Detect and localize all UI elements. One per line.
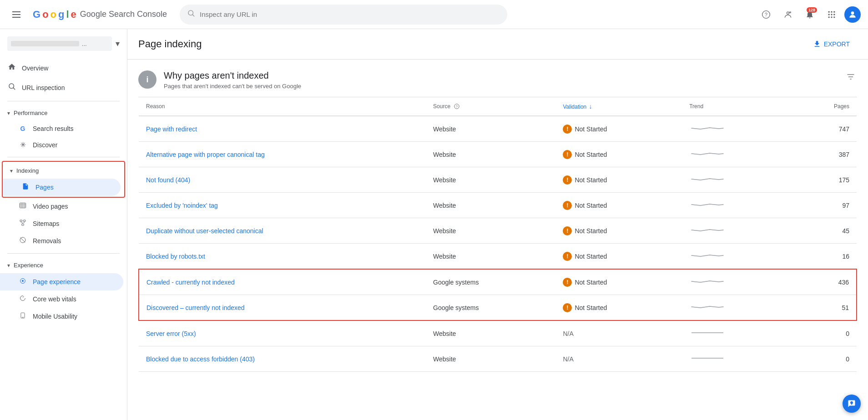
discover-icon: ✳: [18, 140, 27, 149]
svg-rect-0: [12, 11, 20, 12]
sidebar-item-page-experience-label: Page experience: [33, 278, 81, 285]
reason-cell[interactable]: Blocked by robots.txt: [139, 244, 426, 270]
validation-not-started-icon: !: [563, 278, 572, 287]
app-logo: Google Google Search Console: [33, 9, 167, 20]
search-icon: [187, 9, 195, 20]
notifications-button[interactable]: 128: [801, 5, 819, 24]
svg-text:+: +: [789, 10, 791, 13]
sidebar-section-experience-label: Experience: [14, 262, 43, 269]
reason-cell[interactable]: Duplicate without user-selected canonica…: [139, 218, 426, 244]
reason-cell[interactable]: Discovered – currently not indexed: [139, 295, 426, 321]
home-icon: [7, 63, 16, 73]
svg-point-7: [787, 12, 789, 14]
pages-cell: 0: [792, 346, 857, 372]
property-dots: ...: [82, 40, 87, 47]
svg-point-18: [833, 16, 835, 18]
reason-cell[interactable]: Not found (404): [139, 167, 426, 193]
svg-line-21: [13, 88, 15, 90]
section-info-header: i Why pages aren't indexed Pages that ar…: [138, 60, 857, 97]
search-input[interactable]: [200, 10, 500, 18]
manage-property-button[interactable]: +: [779, 5, 797, 24]
sidebar-item-discover[interactable]: ✳ Discover: [0, 136, 123, 153]
experience-chevron-icon: ▾: [7, 262, 10, 269]
filter-icon[interactable]: [844, 70, 857, 85]
sidebar-section-indexing[interactable]: ▾ Indexing: [3, 163, 124, 179]
source-help-icon[interactable]: ?: [454, 103, 460, 110]
sidebar-section-performance[interactable]: ▾ Performance: [0, 105, 127, 121]
sidebar-item-mobile-usability-label: Mobile Usability: [33, 313, 77, 320]
sidebar: ... ▾ Overview URL inspection: [0, 29, 127, 420]
reason-cell[interactable]: Alternative page with proper canonical t…: [139, 142, 426, 167]
reason-cell[interactable]: Page with redirect: [139, 116, 426, 142]
table-row-highlighted-bottom: Discovered – currently not indexed Googl…: [139, 295, 857, 321]
table-row: Blocked by robots.txt Website ! Not Star…: [139, 244, 857, 270]
svg-point-19: [851, 11, 854, 15]
trend-cell: [682, 320, 792, 346]
validation-cell: ! Not Started: [555, 167, 682, 193]
trend-cell: [682, 142, 792, 167]
validation-not-started-icon: !: [563, 303, 572, 312]
sidebar-item-overview[interactable]: Overview: [0, 58, 123, 78]
main-layout: ... ▾ Overview URL inspection: [0, 29, 868, 420]
validation-status-label: Not Started: [575, 304, 607, 311]
svg-point-10: [828, 11, 830, 12]
na-label: N/A: [563, 330, 573, 337]
pages-cell: 51: [792, 295, 857, 321]
validation-status-label: Not Started: [575, 125, 607, 133]
sidebar-item-sitemaps-label: Sitemaps: [33, 220, 59, 227]
sidebar-item-search-results[interactable]: G Search results: [0, 121, 123, 136]
svg-rect-1: [12, 14, 20, 15]
sidebar-item-pages[interactable]: Pages: [3, 179, 121, 196]
reason-cell[interactable]: Server error (5xx): [139, 320, 426, 346]
validation-cell: N/A: [555, 320, 682, 346]
source-cell: Website: [426, 167, 555, 193]
sidebar-section-experience[interactable]: ▾ Experience: [0, 257, 127, 273]
sidebar-item-mobile-usability[interactable]: Mobile Usability: [0, 308, 123, 325]
trend-cell: [682, 116, 792, 142]
sidebar-divider-3: [7, 253, 120, 254]
core-web-vitals-icon: [18, 295, 27, 304]
trend-cell: [682, 167, 792, 193]
trend-cell: [682, 346, 792, 372]
pages-icon: [21, 183, 30, 192]
sidebar-item-sitemaps[interactable]: Sitemaps: [0, 215, 123, 232]
sidebar-item-video-pages[interactable]: Video pages: [0, 198, 123, 215]
reason-cell[interactable]: Excluded by 'noindex' tag: [139, 193, 426, 218]
sidebar-item-removals-label: Removals: [33, 237, 61, 245]
validation-status-label: Not Started: [575, 151, 607, 158]
svg-point-12: [833, 11, 835, 12]
table-header-row: Reason Source ? Val: [139, 97, 857, 116]
reason-cell[interactable]: Blocked due to access forbidden (403): [139, 346, 426, 372]
source-cell: Website: [426, 346, 555, 372]
sidebar-item-removals[interactable]: Removals: [0, 232, 123, 250]
svg-point-16: [828, 16, 830, 18]
help-fab[interactable]: [843, 395, 861, 413]
property-selector[interactable]: ... ▾: [0, 33, 127, 58]
page-title: Page indexing: [138, 38, 202, 50]
source-cell: Website: [426, 218, 555, 244]
sidebar-item-page-experience[interactable]: Page experience: [0, 273, 123, 290]
indexing-chevron-icon: ▾: [10, 168, 13, 174]
svg-point-14: [831, 14, 832, 15]
sidebar-item-pages-label: Pages: [35, 184, 54, 191]
user-avatar[interactable]: [844, 6, 861, 23]
app-name: Google Search Console: [80, 10, 167, 19]
sidebar-section-indexing-label: Indexing: [16, 167, 39, 174]
source-cell: Website: [426, 116, 555, 142]
reason-cell[interactable]: Crawled - currently not indexed: [139, 269, 426, 295]
topbar: Google Google Search Console ? +: [0, 0, 868, 29]
svg-rect-28: [20, 220, 22, 221]
col-validation[interactable]: Validation ↓: [555, 97, 682, 116]
search-bar[interactable]: [180, 5, 507, 25]
apps-button[interactable]: [823, 5, 841, 24]
validation-cell: N/A: [555, 346, 682, 372]
sidebar-item-core-web-vitals[interactable]: Core web vitals: [0, 290, 123, 308]
export-button[interactable]: EXPORT: [806, 36, 857, 52]
help-button[interactable]: ?: [757, 5, 775, 24]
menu-button[interactable]: [7, 5, 25, 24]
source-cell: Website: [426, 193, 555, 218]
svg-rect-30: [22, 224, 24, 225]
table-row: Excluded by 'noindex' tag Website ! Not …: [139, 193, 857, 218]
svg-point-15: [833, 14, 835, 15]
sidebar-item-url-inspection[interactable]: URL inspection: [0, 78, 123, 97]
